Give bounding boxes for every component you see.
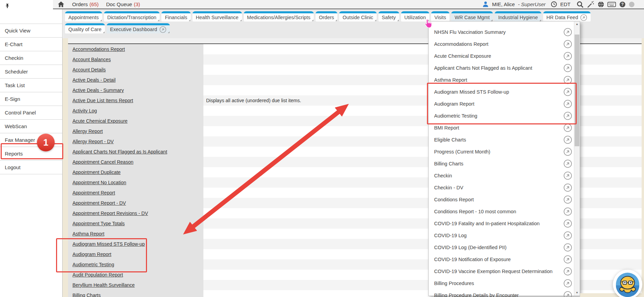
dropdown-item-audiometric-testing[interactable]: Audiometric Testing (429, 110, 574, 122)
dropdown-item-conditions-report-10-most-common[interactable]: Conditions Report - 10 most common (429, 205, 574, 217)
report-link-appointment-report-revisions-dv[interactable]: Appointment Report Revisions - DV (72, 211, 148, 216)
report-link-active-deals-summary[interactable]: Active Deals - Summary (72, 87, 124, 93)
user-icon[interactable] (482, 1, 489, 8)
open-report-icon[interactable] (563, 267, 572, 276)
open-report-icon[interactable] (563, 207, 572, 216)
tab-orders[interactable]: Orders (316, 11, 337, 22)
report-link-appointment-report-dv[interactable]: Appointment Report - DV (72, 200, 126, 206)
dropdown-item-covid-19-fatality-and-in-patient-hospitalization[interactable]: COVID-19 Fatality and In-patient Hospita… (429, 217, 574, 229)
dropdown-item-billing-charts[interactable]: Billing Charts (429, 158, 574, 170)
search-icon[interactable] (576, 1, 584, 8)
dropdown-item-audiogram-report[interactable]: Audiogram Report (429, 98, 574, 110)
report-link-accommodations-report[interactable]: Accommodations Report (72, 46, 125, 52)
tab-hr-data-feed[interactable]: HR Data Feed (543, 11, 591, 22)
report-link-beryllium-health-surveillance[interactable]: Beryllium Health Surveillance (72, 282, 135, 288)
dropdown-item-progress-current-month[interactable]: Progress (Current Month) (429, 146, 574, 158)
dropdown-item-nhsn-flu-vaccination-summary[interactable]: NHSN Flu Vaccination Summary (429, 26, 574, 38)
dropdown-item-acute-chemical-exposure[interactable]: Acute Chemical Exposure (429, 50, 574, 62)
report-link-account-details[interactable]: Account Details (72, 67, 106, 72)
dropdown-item-accommodations-report[interactable]: Accommodations Report (429, 38, 574, 50)
sidebar-item-e-sign[interactable]: E-Sign (0, 92, 62, 106)
open-report-icon[interactable] (563, 123, 572, 132)
open-report-icon[interactable] (563, 195, 572, 204)
tab-wr-case-mgmt[interactable]: WR Case Mgmt (451, 11, 493, 22)
report-link-billing-charts[interactable]: Billing Charts (72, 293, 100, 297)
dropdown-item-covid-19-notification-of-exposure[interactable]: COVID-19 Notification of Exposure (429, 253, 574, 265)
sidebar-item-control-panel[interactable]: Control Panel (0, 106, 62, 120)
report-link-appointment-report[interactable]: Appointment Report (72, 190, 115, 195)
report-link-audit-population-report[interactable]: Audit Population Report (72, 272, 123, 278)
dropdown-scrollbar[interactable]: ▲ ▼ (574, 22, 580, 296)
dropdown-item-bmi-report[interactable]: BMI Report (429, 122, 574, 134)
scrollbar-down-arrow[interactable]: ▼ (574, 290, 580, 296)
report-link-asthma-report[interactable]: Asthma Report (72, 231, 104, 237)
sidebar-item-checkin[interactable]: Checkin (0, 51, 62, 65)
report-link-account-balances[interactable]: Account Balances (72, 57, 111, 62)
tab-appointments[interactable]: Appointments (65, 11, 102, 22)
tab-medications-allergies-scripts[interactable]: Medications/Allergies/Scripts (244, 11, 314, 22)
open-report-icon[interactable] (563, 99, 572, 108)
globe-icon[interactable] (598, 1, 604, 8)
sidebar-item-task-list[interactable]: Task List (0, 79, 62, 92)
help-icon[interactable]: ? (619, 1, 626, 8)
dropdown-item-eligible-charts[interactable]: Eligible Charts (429, 134, 574, 146)
open-report-icon[interactable] (563, 171, 572, 180)
report-link-audiometric-testing[interactable]: Audiometric Testing (72, 262, 114, 267)
sidebar-item-e-chart[interactable]: E-Chart (0, 38, 62, 51)
open-in-new-icon[interactable] (159, 26, 166, 33)
open-report-icon[interactable] (563, 255, 572, 264)
report-link-audiogram-missed-sts-follow-up[interactable]: Audiogram Missed STS Follow-up (72, 241, 145, 247)
report-link-appointment-duplicate[interactable]: Appointment Duplicate (72, 170, 121, 175)
report-link-allergy-report[interactable]: Allergy Report (72, 129, 103, 134)
dropdown-item-billing-procedures[interactable]: Billing Procedures (429, 277, 574, 289)
sidebar-item-reports[interactable]: Reports (0, 147, 62, 161)
open-report-icon[interactable] (563, 279, 572, 288)
open-report-icon[interactable] (563, 76, 572, 84)
sidebar-item-scheduler[interactable]: Scheduler (0, 65, 62, 79)
tab-executive-dashboard[interactable]: Executive Dashboard (107, 23, 170, 33)
dropdown-item-checkin-dv[interactable]: Checkin - DV (429, 181, 574, 193)
open-report-icon[interactable] (563, 183, 572, 192)
report-link-allergy-report-dv[interactable]: Allergy Report - DV (72, 139, 114, 144)
topbar-nav-doc-queue[interactable]: Doc Queue(3) (106, 1, 140, 7)
topbar-nav-orders[interactable]: Orders(65) (72, 1, 99, 7)
dropdown-item-audiogram-missed-sts-follow-up[interactable]: Audiogram Missed STS Follow-up (429, 86, 574, 98)
tab-dictation-transcription[interactable]: Dictation/Transcription (104, 11, 160, 22)
open-report-icon[interactable] (563, 135, 572, 144)
open-report-icon[interactable] (563, 159, 572, 168)
tab-utilization[interactable]: Utilization (401, 11, 429, 22)
open-report-icon[interactable] (563, 52, 572, 60)
tab-quality-of-care[interactable]: Quality of Care (65, 23, 105, 33)
report-link-acute-chemical-exposure[interactable]: Acute Chemical Exposure (72, 118, 128, 124)
open-report-icon[interactable] (563, 28, 572, 37)
dropdown-item-covid-19-log-de-identified-pii[interactable]: COVID-19 Log (De-identified PII) (429, 241, 574, 253)
report-link-audiogram-report[interactable]: Audiogram Report (72, 252, 111, 257)
dropdown-item-covid-19-log[interactable]: COVID-19 Log (429, 229, 574, 241)
dropdown-item-checkin[interactable]: Checkin (429, 170, 574, 181)
open-report-icon[interactable] (563, 40, 572, 49)
tab-financials[interactable]: Financials (161, 11, 190, 22)
scrollbar-thumb[interactable] (575, 35, 579, 146)
dropdown-item-applicant-charts-not-flagged-as-is-applicant[interactable]: Applicant Charts Not Flagged as Is Appli… (429, 62, 574, 74)
sidebar-item-logout[interactable]: Logout (0, 161, 62, 174)
tab-outside-clinic[interactable]: Outside Clinic (339, 11, 376, 22)
open-report-icon[interactable] (563, 147, 572, 156)
open-in-new-icon[interactable] (580, 14, 587, 21)
home-icon[interactable] (57, 1, 65, 8)
open-report-icon[interactable] (563, 87, 572, 96)
open-report-icon[interactable] (563, 64, 572, 72)
octopus-helper-icon[interactable] (613, 269, 643, 297)
report-link-active-due-list-items-report[interactable]: Active Due List Items Report (72, 98, 133, 103)
wand-icon[interactable] (587, 1, 594, 8)
dropdown-item-asthma-report[interactable]: Asthma Report (429, 74, 574, 86)
dropdown-item-billing-procedure-details-by-encounter[interactable]: Billing Procedure Details by Encounter (429, 289, 574, 297)
report-link-active-deals-detail[interactable]: Active Deals - Detail (72, 77, 116, 83)
open-report-icon[interactable] (563, 243, 572, 252)
sidebar-item-webscan[interactable]: WebScan (0, 120, 62, 133)
keyboard-icon[interactable] (607, 2, 616, 7)
dropdown-item-conditions-report[interactable]: Conditions Report (429, 193, 574, 205)
open-report-icon[interactable] (563, 231, 572, 240)
tab-visits[interactable]: Visits (431, 11, 450, 22)
report-link-applicant-charts-not-flagged-as-is-applicant[interactable]: Applicant Charts Not Flagged as Is Appli… (72, 149, 167, 154)
dropdown-item-covid-19-vaccine-exemption-request-determination[interactable]: COVID-19 Vaccine Exemption Request Deter… (429, 265, 574, 277)
